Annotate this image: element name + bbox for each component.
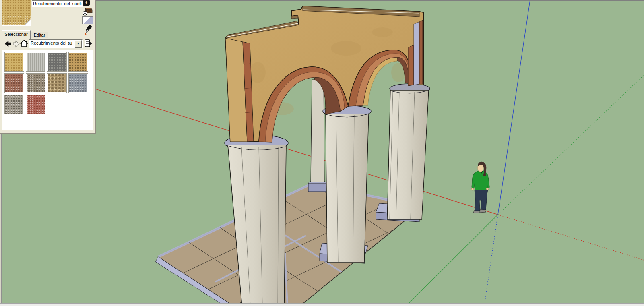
- default-material-icon[interactable]: [82, 16, 93, 24]
- status-bar: [0, 303, 644, 306]
- tab-strip-divider: [30, 38, 94, 38]
- preview-corner-fold-icon: [25, 19, 31, 25]
- forward-icon[interactable]: [12, 40, 20, 48]
- eyedropper-icon: [83, 25, 94, 37]
- material-swatch-gravel-blue-gray[interactable]: [68, 73, 88, 93]
- collections-arrow-icon[interactable]: ▼: [75, 40, 82, 48]
- material-preview-swatch[interactable]: [2, 0, 31, 26]
- material-swatch-gravel-mixed[interactable]: [4, 95, 24, 114]
- 3d-viewport[interactable]: [0, 0, 644, 306]
- detail-pane-icon[interactable]: [84, 39, 93, 48]
- window-top-border: [0, 0, 644, 1]
- material-swatch-pebbles[interactable]: [47, 73, 67, 93]
- material-swatch-gravel-tan-mix[interactable]: [68, 52, 88, 72]
- material-swatch-sand-tan[interactable]: [4, 52, 24, 72]
- materials-panel: + Seleccionar Editar: [0, 0, 96, 134]
- column-2: [323, 105, 371, 263]
- sketchup-window: + Seleccionar Editar: [0, 0, 644, 306]
- tab-seleccionar[interactable]: Seleccionar: [2, 30, 31, 39]
- tab-editar[interactable]: Editar: [31, 32, 48, 38]
- material-swatch-list: [2, 50, 93, 130]
- sample-paint-icon[interactable]: [83, 25, 94, 37]
- paint-texture-icon[interactable]: [82, 7, 93, 16]
- material-swatch-crushed-red[interactable]: [26, 95, 45, 114]
- collections-dropdown-value: Recubrimiento del su: [31, 41, 75, 47]
- add-material-icon[interactable]: +: [83, 0, 90, 6]
- material-name-input[interactable]: [32, 0, 83, 7]
- textured-cube-icon: [82, 7, 93, 16]
- material-swatch-gravel-gray-brown[interactable]: [26, 73, 45, 93]
- collections-dropdown[interactable]: Recubrimiento del su ▼: [29, 39, 83, 48]
- material-swatch-gravel-red-brown[interactable]: [4, 73, 24, 93]
- back-icon[interactable]: [4, 40, 12, 48]
- home-icon[interactable]: [20, 40, 28, 48]
- material-swatch-gravel-light-striped[interactable]: [26, 52, 45, 72]
- material-swatch-gravel-dark-gray[interactable]: [47, 52, 67, 72]
